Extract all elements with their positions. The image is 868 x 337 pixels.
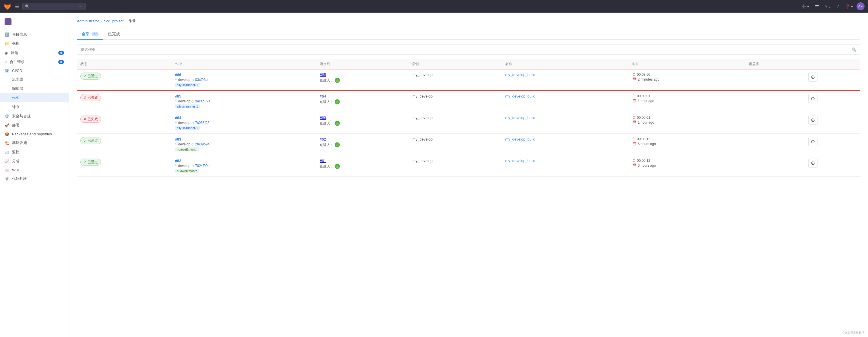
runner-badge[interactable]: aliyun-runner-1 — [175, 83, 200, 87]
creator-avatar — [335, 121, 340, 126]
job-number[interactable]: #82 — [175, 159, 313, 163]
sidebar-item-schedules[interactable]: 计划 — [0, 102, 69, 111]
retry-button[interactable] — [808, 159, 817, 168]
runner-badge[interactable]: aliyun-runner-1 — [175, 126, 200, 130]
global-search[interactable]: 🔍 — [22, 3, 86, 10]
creator-label: 创建人： — [320, 100, 334, 104]
job-number[interactable]: #85 — [175, 94, 313, 98]
gitlab-logo[interactable] — [3, 2, 11, 10]
col-name: 名称 — [502, 59, 629, 69]
sidebar-item-pipelines[interactable]: 流水线 — [0, 75, 69, 84]
job-name[interactable]: my_develop_build — [505, 137, 535, 141]
filter-input[interactable] — [81, 44, 851, 55]
job-name[interactable]: my_develop_build — [505, 73, 535, 77]
pipeline-link[interactable]: #65 — [320, 73, 326, 77]
runner-badge[interactable]: aliyun-runner-1 — [175, 104, 200, 108]
repository-icon: 📁 — [5, 42, 9, 46]
search-input[interactable] — [31, 4, 77, 9]
sidebar-item-jobs[interactable]: 作业 — [0, 93, 69, 102]
status-icon: ✗ — [84, 117, 86, 121]
help-button[interactable]: ❓ ▾ — [843, 3, 856, 10]
sidebar-item-project-info[interactable]: ℹ️ 项目信息 — [0, 30, 69, 39]
sidebar-item-cicd[interactable]: ⚙️ CI/CD — [0, 67, 69, 75]
duration-value: 00:00:12 — [637, 137, 650, 141]
sidebar-item-repository[interactable]: 📁 仓库 — [0, 39, 69, 48]
infrastructure-icon: 🏗️ — [5, 141, 9, 145]
time-ago: 📅 1 hour ago — [632, 121, 742, 125]
svg-marker-5 — [336, 143, 339, 146]
runner-badge[interactable]: huawei1month — [175, 169, 199, 173]
pipeline-cell: #62 创建人： — [316, 134, 409, 155]
breadcrumb-admin[interactable]: Administrator — [77, 19, 99, 23]
pipeline-number: #65 — [320, 73, 406, 77]
creator-label: 创建人： — [320, 164, 334, 169]
job-number[interactable]: #86 — [175, 73, 313, 77]
coverage-cell — [745, 155, 805, 177]
sidebar-item-snippets[interactable]: ✂️ 代码片段 — [0, 174, 69, 183]
commit-link[interactable]: 9acab39a — [195, 99, 210, 103]
duration-cell: ⏱ 00:00:12 📅 6 hours ago — [629, 155, 746, 177]
pipeline-link[interactable]: #63 — [320, 115, 326, 120]
time-ago: 📅 2 minutes ago — [632, 77, 742, 81]
merge-request-button[interactable]: ⑂ ▾ — [823, 3, 833, 10]
sidebar-item-monitor[interactable]: 📊 监控 — [0, 147, 69, 157]
job-name[interactable]: my_develop_build — [505, 159, 535, 163]
new-button[interactable]: ➕ ▾ — [799, 3, 811, 10]
packages-icon: 📦 — [5, 132, 9, 136]
pipeline-link[interactable]: #62 — [320, 137, 326, 141]
pipeline-link[interactable]: #64 — [320, 94, 326, 98]
col-status: 状态 — [77, 59, 172, 69]
tab-done[interactable]: 已完成 — [103, 29, 125, 40]
user-avatar[interactable]: A ▾ — [857, 2, 865, 10]
job-name[interactable]: my_develop_build — [505, 115, 535, 120]
stage-cell: my_develop — [409, 69, 502, 91]
status-badge: ✓ 已通过 — [81, 137, 101, 144]
stage-cell: my_develop — [409, 134, 502, 155]
duration-cell: ⏱ 00:00:12 📅 6 hours ago — [629, 134, 746, 155]
job-name[interactable]: my_develop_build — [505, 94, 535, 98]
runner-badge[interactable]: huawei1month — [175, 147, 199, 151]
job-number[interactable]: #84 — [175, 115, 313, 120]
sidebar-item-deploy[interactable]: 🚀 部署 — [0, 121, 69, 130]
job-branch: ⑂ develop ◇ 7024f90d — [175, 164, 313, 168]
sidebar-item-label: 计划 — [12, 104, 20, 109]
retry-button[interactable] — [808, 115, 817, 125]
commit-link[interactable]: 7c058f92 — [195, 121, 209, 125]
cicd-icon: ⚙️ — [5, 69, 9, 73]
tab-all[interactable]: 全部 77 — [77, 29, 103, 40]
hamburger-icon[interactable]: ☰ — [14, 3, 20, 10]
creator-label: 创建人： — [320, 121, 334, 126]
sidebar-item-label: 仓库 — [12, 41, 20, 46]
sidebar-item-analytics[interactable]: 📈 分析 — [0, 157, 69, 166]
breadcrumb-project[interactable]: cicd_project — [104, 19, 123, 23]
todo-button[interactable]: ✓ — [834, 3, 842, 10]
sidebar-item-infrastructure[interactable]: 🏗️ 基础设施 — [0, 138, 69, 147]
sidebar-item-editor[interactable]: 编辑器 — [0, 84, 69, 93]
snippets-icon: ✂️ — [5, 177, 9, 181]
status-badge: ✓ 已通过 — [81, 159, 101, 166]
job-branch: ⑂ develop ◇ 9acab39a — [175, 99, 313, 103]
jobs-table: 状态 作业 流水线 阶段 名称 时长 覆盖率 ✓ 已通过 #86 — [77, 59, 860, 177]
analytics-icon: 📈 — [5, 159, 9, 164]
sidebar-item-packages[interactable]: 📦 Packages and registries — [0, 130, 69, 138]
duration-time: ⏱ 00:00:01 — [632, 115, 742, 120]
pipeline-creator: 创建人： — [320, 142, 406, 147]
pipeline-link[interactable]: #61 — [320, 159, 326, 163]
watermark: ©株土豆金技社区 — [842, 331, 865, 335]
issues-icon-button[interactable] — [813, 3, 822, 10]
sidebar-item-security[interactable]: 🛡️ 安全与合规 — [0, 111, 69, 121]
clock-icon: ⏱ — [632, 73, 636, 76]
job-number[interactable]: #83 — [175, 137, 313, 141]
commit-link[interactable]: 2fe39b94 — [195, 142, 210, 146]
pipeline-number: #62 — [320, 137, 406, 141]
retry-button[interactable] — [808, 94, 817, 103]
sidebar-item-merge-requests[interactable]: ⑂ 合并请求 0 — [0, 57, 69, 67]
commit-link[interactable]: 7024f90d — [195, 164, 210, 168]
job-cell: #84 ⑂ develop ◇ 7c058f92 aliyun-runner-1 — [172, 112, 316, 134]
retry-button[interactable] — [808, 137, 817, 146]
retry-button[interactable] — [808, 73, 817, 82]
sidebar-item-wiki[interactable]: 📖 Wiki — [0, 166, 69, 174]
sidebar-item-issues[interactable]: ◉ 议题 0 — [0, 48, 69, 57]
duration-time: ⏱ 00:00:01 — [632, 94, 742, 98]
commit-link[interactable]: 03cf96af — [195, 78, 208, 82]
